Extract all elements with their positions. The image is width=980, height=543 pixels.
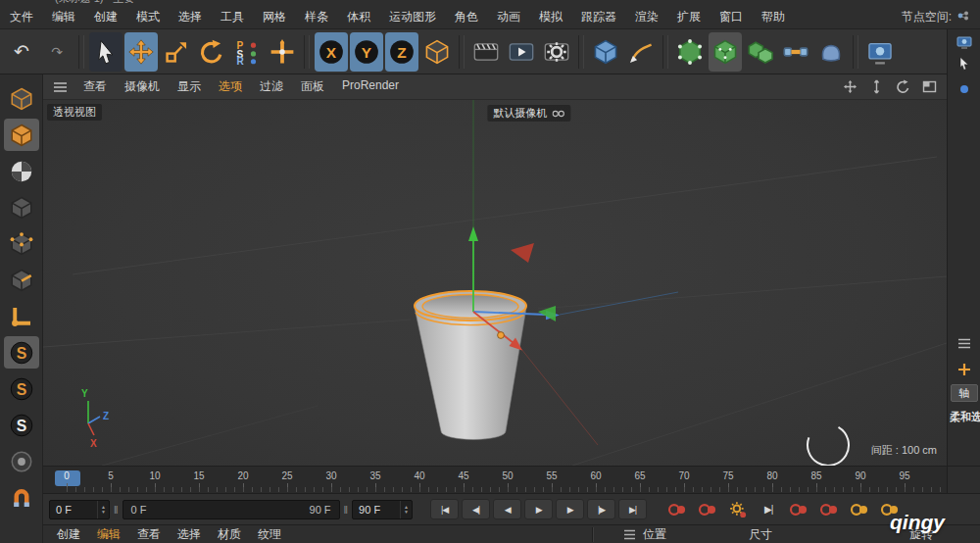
bottom-menu-item-1[interactable]: 编辑 bbox=[97, 526, 121, 543]
menu-item-12[interactable]: 模拟 bbox=[539, 9, 563, 25]
current-frame-spinner[interactable]: 0 F ▲▼ bbox=[49, 500, 110, 519]
volume-mesher-menu[interactable] bbox=[709, 32, 742, 72]
menu-item-17[interactable]: 帮助 bbox=[761, 9, 785, 25]
workplane-mode-button[interactable] bbox=[4, 191, 39, 223]
viewport-menu-item-1[interactable]: 摄像机 bbox=[124, 78, 160, 95]
coordinates-panel-menu-icon[interactable] bbox=[948, 338, 980, 349]
pointer-mini-icon[interactable] bbox=[948, 57, 980, 71]
display-settings-button[interactable] bbox=[863, 32, 897, 72]
record-position-button[interactable] bbox=[786, 499, 811, 520]
menu-item-4[interactable]: 选择 bbox=[178, 9, 202, 25]
zoom-view-icon[interactable] bbox=[869, 79, 884, 94]
menu-item-7[interactable]: 样条 bbox=[305, 9, 328, 25]
volume-builder-menu[interactable] bbox=[673, 32, 707, 72]
range-handle-left[interactable]: ‖ bbox=[114, 504, 119, 516]
pla-button[interactable]: ▶| bbox=[756, 499, 781, 520]
record-rotation-button[interactable] bbox=[847, 499, 872, 520]
menu-item-10[interactable]: 角色 bbox=[455, 9, 478, 25]
coord-manager-menu-icon[interactable] bbox=[623, 529, 636, 540]
viewport-solo-single-button[interactable]: S bbox=[4, 372, 39, 405]
display-mini-icon[interactable] bbox=[948, 36, 980, 49]
node-space-selector[interactable]: 节点空间: bbox=[902, 9, 970, 25]
enable-axis-button[interactable]: S bbox=[4, 336, 39, 369]
points-mode-button[interactable] bbox=[4, 227, 39, 260]
bottom-menu-item-4[interactable]: 材质 bbox=[218, 526, 241, 543]
viewport-menu-item-5[interactable]: 面板 bbox=[301, 78, 324, 95]
render-picture-viewer-button[interactable] bbox=[505, 32, 538, 72]
instance-menu[interactable] bbox=[744, 32, 777, 72]
next-frame-button[interactable]: ▶ bbox=[556, 499, 584, 519]
lock-x-button[interactable]: X bbox=[315, 32, 348, 72]
goto-start-button[interactable]: |◀ bbox=[430, 499, 459, 519]
toggle-view-icon[interactable] bbox=[922, 79, 937, 94]
pen-spline-menu[interactable] bbox=[624, 32, 658, 72]
play-button[interactable]: ▶ bbox=[524, 499, 553, 519]
lock-y-button[interactable]: Y bbox=[350, 32, 383, 72]
coordinate-system-toggle[interactable] bbox=[420, 32, 454, 72]
lock-z-button[interactable]: Z bbox=[385, 32, 418, 72]
preview-range-bar[interactable]: 0 F 90 F bbox=[122, 500, 340, 519]
make-editable-button[interactable] bbox=[4, 82, 39, 115]
menu-item-9[interactable]: 运动图形 bbox=[389, 9, 436, 25]
texture-mode-button[interactable] bbox=[4, 155, 39, 187]
scale-tool[interactable] bbox=[160, 32, 193, 72]
perspective-viewport[interactable]: Y Z X 透视视图 默认摄像机 间距 : 100 cm bbox=[43, 100, 947, 466]
menu-item-3[interactable]: 模式 bbox=[136, 9, 160, 25]
camera-label[interactable]: 默认摄像机 bbox=[487, 105, 570, 122]
add-primitive-menu[interactable] bbox=[589, 32, 622, 72]
coordinates-tool[interactable] bbox=[266, 32, 299, 72]
menu-item-2[interactable]: 创建 bbox=[94, 9, 118, 25]
autokeying-button[interactable] bbox=[695, 499, 720, 520]
menu-item-13[interactable]: 跟踪器 bbox=[581, 9, 616, 25]
bottom-menu-item-5[interactable]: 纹理 bbox=[258, 526, 281, 543]
render-settings-button[interactable] bbox=[540, 32, 573, 72]
goto-next-key-button[interactable]: |▶ bbox=[587, 499, 615, 519]
move-tool[interactable] bbox=[124, 32, 158, 72]
menu-item-11[interactable]: 动画 bbox=[497, 9, 520, 25]
end-frame-spinner[interactable]: 90 F ▲▼ bbox=[352, 500, 413, 519]
bottom-menu-item-2[interactable]: 查看 bbox=[137, 526, 161, 543]
menu-item-8[interactable]: 体积 bbox=[347, 9, 370, 25]
layout-dot-icon[interactable] bbox=[948, 84, 980, 94]
simulate-menu[interactable] bbox=[814, 32, 848, 72]
bottom-menu-item-3[interactable]: 选择 bbox=[177, 526, 201, 543]
viewport-menu-icon[interactable] bbox=[53, 81, 68, 93]
quantize-button[interactable] bbox=[4, 481, 39, 514]
menu-item-1[interactable]: 编辑 bbox=[52, 9, 75, 25]
viewport-menu-item-3[interactable]: 选项 bbox=[219, 78, 242, 95]
range-handle-right[interactable]: ‖ bbox=[344, 504, 349, 516]
menu-item-16[interactable]: 窗口 bbox=[719, 9, 743, 25]
record-scale-button[interactable] bbox=[816, 499, 842, 520]
bottom-menu-item-0[interactable]: 创建 bbox=[57, 526, 80, 543]
rotate-tool[interactable] bbox=[195, 32, 228, 72]
keyframe-selection-button[interactable] bbox=[725, 499, 751, 520]
prev-frame-button[interactable]: ◀ bbox=[493, 499, 521, 519]
timeline-ruler[interactable]: 05101520253035404550556065707580859095 bbox=[43, 466, 947, 493]
pan-view-icon[interactable] bbox=[843, 79, 858, 94]
model-mode-button[interactable] bbox=[4, 119, 39, 151]
goto-prev-key-button[interactable]: ◀| bbox=[462, 499, 490, 519]
viewport-solo-hierarchy-button[interactable]: S bbox=[4, 409, 39, 441]
polygons-mode-button[interactable] bbox=[4, 300, 39, 332]
edges-mode-button[interactable] bbox=[4, 264, 39, 296]
spinner-arrows-icon[interactable]: ▲▼ bbox=[400, 501, 412, 518]
add-plus-icon[interactable] bbox=[948, 363, 980, 376]
spinner-arrows-icon[interactable]: ▲▼ bbox=[97, 501, 109, 518]
menu-item-5[interactable]: 工具 bbox=[220, 9, 244, 25]
live-selection-tool[interactable] bbox=[89, 32, 122, 72]
connect-objects-menu[interactable] bbox=[779, 32, 812, 72]
menu-item-14[interactable]: 渲染 bbox=[635, 9, 659, 25]
undo-button[interactable]: ↶ bbox=[5, 32, 38, 72]
menu-item-6[interactable]: 网格 bbox=[263, 9, 286, 25]
psr-tool[interactable]: PSR bbox=[230, 32, 264, 72]
record-active-objects-button[interactable] bbox=[664, 499, 690, 520]
menu-item-15[interactable]: 扩展 bbox=[677, 9, 701, 25]
snap-toggle-button[interactable] bbox=[4, 445, 39, 477]
rotate-view-icon[interactable] bbox=[896, 79, 910, 94]
redo-button[interactable]: ↷ bbox=[40, 32, 74, 72]
viewport-menu-item-0[interactable]: 查看 bbox=[83, 78, 107, 95]
viewport-menu-item-2[interactable]: 显示 bbox=[177, 78, 201, 95]
viewport-menu-item-6[interactable]: ProRender bbox=[342, 78, 399, 95]
menu-item-0[interactable]: 文件 bbox=[10, 9, 33, 25]
render-view-button[interactable] bbox=[469, 32, 503, 72]
